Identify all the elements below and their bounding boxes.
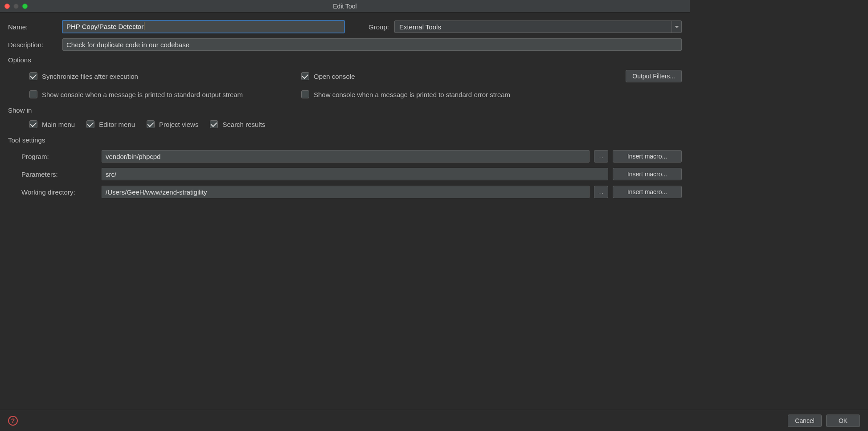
sync-files-label: Synchronize files after execution (42, 73, 138, 80)
parameters-insert-macro-button[interactable]: Insert macro... (613, 168, 682, 180)
editor-menu-checkbox[interactable] (86, 120, 94, 128)
workdir-label: Working directory: (21, 188, 97, 196)
name-label: Name: (8, 23, 57, 31)
parameters-input[interactable] (102, 168, 608, 180)
show-stderr-checkbox[interactable] (301, 90, 309, 98)
maximize-window-button[interactable] (22, 4, 28, 9)
open-console-label: Open console (314, 73, 355, 80)
name-input[interactable] (62, 20, 344, 33)
showin-section-title: Show in (8, 106, 682, 114)
minimize-window-button[interactable] (13, 4, 19, 9)
group-label: Group: (368, 23, 389, 31)
editor-menu-label: Editor menu (99, 121, 135, 128)
program-browse-button[interactable]: ... (594, 150, 608, 163)
program-insert-macro-button[interactable]: Insert macro... (613, 150, 682, 163)
sync-files-checkbox[interactable] (29, 72, 37, 80)
show-stderr-label: Show console when a message is printed t… (314, 91, 510, 98)
title-bar: Edit Tool (0, 0, 690, 12)
program-label: Program: (21, 153, 97, 160)
chevron-down-icon (671, 21, 681, 33)
group-select-value: External Tools (399, 23, 441, 31)
main-menu-checkbox[interactable] (29, 120, 37, 128)
workdir-input[interactable] (102, 186, 590, 198)
search-results-label: Search results (222, 121, 265, 128)
program-input[interactable] (102, 150, 590, 163)
project-views-label: Project views (159, 121, 198, 128)
show-stdout-checkbox[interactable] (29, 90, 37, 98)
project-views-checkbox[interactable] (147, 120, 155, 128)
description-input[interactable] (62, 38, 682, 51)
parameters-label: Parameters: (21, 171, 97, 178)
group-select[interactable]: External Tools (394, 20, 682, 33)
description-label: Description: (8, 41, 57, 49)
search-results-checkbox[interactable] (210, 120, 218, 128)
options-section-title: Options (8, 56, 682, 64)
close-window-button[interactable] (4, 4, 10, 9)
output-filters-button[interactable]: Output Filters... (626, 70, 682, 82)
show-stdout-label: Show console when a message is printed t… (42, 91, 243, 98)
window-controls (0, 4, 28, 9)
workdir-browse-button[interactable]: ... (594, 186, 608, 198)
main-menu-label: Main menu (42, 121, 75, 128)
workdir-insert-macro-button[interactable]: Insert macro... (613, 186, 682, 198)
tool-settings-section-title: Tool settings (8, 136, 682, 144)
window-title: Edit Tool (0, 3, 690, 10)
open-console-checkbox[interactable] (301, 72, 309, 80)
